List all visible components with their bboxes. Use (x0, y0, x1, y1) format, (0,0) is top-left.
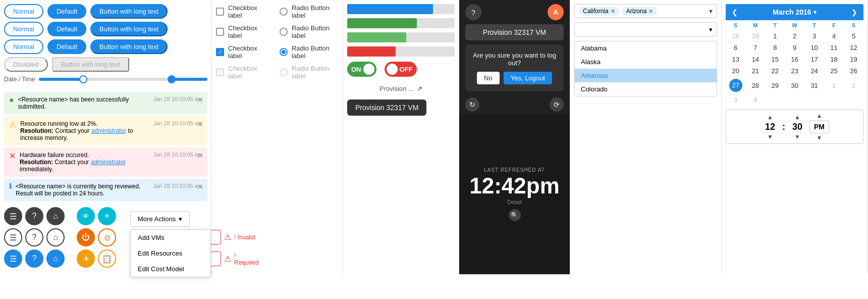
cal-cell[interactable]: 28 (726, 30, 745, 42)
ampm-value[interactable]: PM (809, 120, 829, 133)
help-icon-btn-dark[interactable]: ? (25, 207, 43, 225)
help-icon-btn-blue[interactable]: ? (25, 250, 43, 268)
cal-cell[interactable]: 17 (804, 54, 824, 65)
cal-next-btn[interactable]: ❯ (851, 8, 857, 16)
default-btn-3[interactable]: Default (47, 39, 86, 54)
cal-cell[interactable]: 15 (765, 54, 785, 65)
default-btn-2[interactable]: Default (47, 22, 86, 36)
radio-3[interactable] (280, 48, 288, 56)
ampm-up-btn[interactable]: ▲ (817, 112, 823, 119)
menu-icon-btn-blue[interactable]: ☰ (4, 250, 22, 268)
cal-cell[interactable]: 5 (844, 30, 863, 42)
home-icon-btn-outline[interactable]: ⌂ (46, 228, 65, 246)
cal-cell[interactable]: 7 (745, 42, 765, 54)
cal-cell[interactable]: 10 (804, 42, 824, 54)
cal-cell[interactable]: 30 (785, 77, 804, 94)
dropdown-item-alabama[interactable]: Alabama (575, 41, 717, 55)
normal-btn-3[interactable]: Normal (4, 39, 43, 54)
menu-icon-btn-dark[interactable]: ☰ (4, 207, 22, 225)
cal-cell[interactable]: 31 (804, 77, 824, 94)
refresh-icon-btn[interactable]: ↻ (465, 97, 479, 112)
cal-cell[interactable]: 4 (745, 94, 765, 106)
home-icon-btn-dark[interactable]: ⌂ (46, 207, 65, 225)
cal-cell[interactable]: 16 (785, 54, 804, 65)
cal-cell[interactable]: 1 (824, 77, 844, 94)
copy-icon-btn-amber[interactable]: 📋 (98, 250, 116, 268)
cal-cell[interactable]: 6 (726, 42, 745, 54)
cal-cell[interactable]: 29 (745, 30, 765, 42)
alert-info-close[interactable]: ✕ (197, 183, 203, 191)
eye-icon-btn-teal[interactable]: 👁 (77, 207, 95, 225)
tag-arizona-close[interactable]: ✕ (648, 8, 653, 15)
cal-prev-btn[interactable]: ❮ (732, 8, 738, 16)
cal-cell[interactable]: 9 (785, 42, 804, 54)
cal-cell[interactable]: 21 (745, 65, 765, 77)
more-actions-button[interactable]: More Actions ▾ (130, 211, 190, 227)
home-icon-btn-blue[interactable]: ⌂ (46, 250, 65, 268)
cal-cell[interactable]: 20 (726, 65, 745, 77)
cal-cell[interactable]: 28 (745, 77, 765, 94)
more-actions-edit-resources[interactable]: Edit Resources (131, 245, 210, 261)
cal-cell[interactable]: 12 (844, 42, 863, 54)
checkbox-3[interactable]: ✓ (216, 48, 224, 56)
dark-provision-tooltip[interactable]: Provision 32317 VM (465, 24, 564, 40)
dropdown-item-colorado[interactable]: Colorado (575, 82, 717, 96)
cal-cell[interactable]: 3 (804, 30, 824, 42)
cal-cell[interactable]: 13 (726, 54, 745, 65)
cal-cell[interactable]: 23 (785, 65, 804, 77)
power-icon-btn-orange[interactable]: ⏻ (77, 228, 95, 246)
minute-up-btn[interactable]: ▲ (794, 114, 800, 121)
radio-2[interactable] (280, 28, 288, 36)
cal-cell[interactable]: 26 (844, 65, 863, 77)
normal-btn-1[interactable]: Normal (4, 4, 43, 19)
long-text-btn-3[interactable]: Button with long text (90, 39, 168, 54)
cal-cell[interactable]: 3 (726, 94, 745, 106)
cal-cell[interactable]: 24 (804, 65, 824, 77)
default-btn-1[interactable]: Default (47, 4, 86, 19)
cal-cell[interactable]: 22 (765, 65, 785, 77)
cal-cell[interactable]: 19 (844, 54, 863, 65)
provision-vm-tooltip[interactable]: Provision 32317 VM (347, 99, 426, 116)
dialog-no-button[interactable]: No (477, 72, 500, 84)
more-actions-edit-cost-model[interactable]: Edit Cost Model (131, 261, 210, 277)
cal-cell[interactable]: 1 (765, 30, 785, 42)
hour-up-btn[interactable]: ▲ (767, 114, 773, 121)
long-text-btn-1[interactable]: Button with long text (90, 4, 168, 19)
cal-cell[interactable]: 4 (824, 30, 844, 42)
dropdown-item-arkansas[interactable]: Arkansas (575, 69, 717, 82)
clock-detail[interactable]: Detail (507, 199, 521, 205)
alert-error-link[interactable]: administrator (91, 159, 126, 166)
alert-error-close[interactable]: ✕ (197, 152, 203, 160)
ampm-down-btn[interactable]: ▼ (817, 134, 823, 141)
cal-cell[interactable]: 2 (785, 30, 804, 42)
toggle-off[interactable]: OFF (385, 62, 417, 77)
dark-help-icon-btn[interactable]: ? (465, 4, 481, 20)
dropdown-item-alaska[interactable]: Alaska (575, 55, 717, 69)
clock-search-icon[interactable]: 🔍 (509, 209, 521, 221)
cal-month-chevron-icon[interactable]: ▾ (813, 9, 817, 16)
alert-warning-close[interactable]: ✕ (197, 120, 203, 128)
send-icon-btn-amber[interactable]: ✈ (77, 250, 95, 268)
cal-cell[interactable]: 14 (745, 54, 765, 65)
more-actions-add-vms[interactable]: Add VMs (131, 230, 210, 245)
checkbox-2[interactable] (216, 28, 224, 36)
multi-select[interactable]: California ✕ Arizona ✕ ▾ (574, 4, 717, 18)
checkbox-1[interactable] (216, 8, 224, 16)
cal-cell[interactable]: 18 (824, 54, 844, 65)
cal-cell[interactable]: 8 (765, 42, 785, 54)
long-text-btn-2[interactable]: Button with long text (90, 22, 168, 36)
dropdown-select[interactable]: ▾ (574, 22, 717, 37)
slider-track[interactable] (39, 78, 207, 81)
tag-california-close[interactable]: ✕ (611, 8, 615, 15)
cal-cell[interactable]: 25 (824, 65, 844, 77)
normal-btn-2[interactable]: Normal (4, 22, 43, 36)
dialog-yes-button[interactable]: Yes, Logout (504, 72, 552, 84)
radio-1[interactable] (280, 8, 288, 16)
cal-cell[interactable]: 2 (844, 77, 863, 94)
cal-cell[interactable]: 11 (824, 42, 844, 54)
stop-icon-btn-orange[interactable]: ⊝ (98, 228, 116, 246)
plus-icon-btn-teal[interactable]: + (98, 207, 116, 225)
hour-down-btn[interactable]: ▼ (767, 133, 773, 140)
multiselect-chevron-icon[interactable]: ▾ (709, 7, 713, 15)
slider-thumb-left[interactable] (79, 75, 87, 83)
